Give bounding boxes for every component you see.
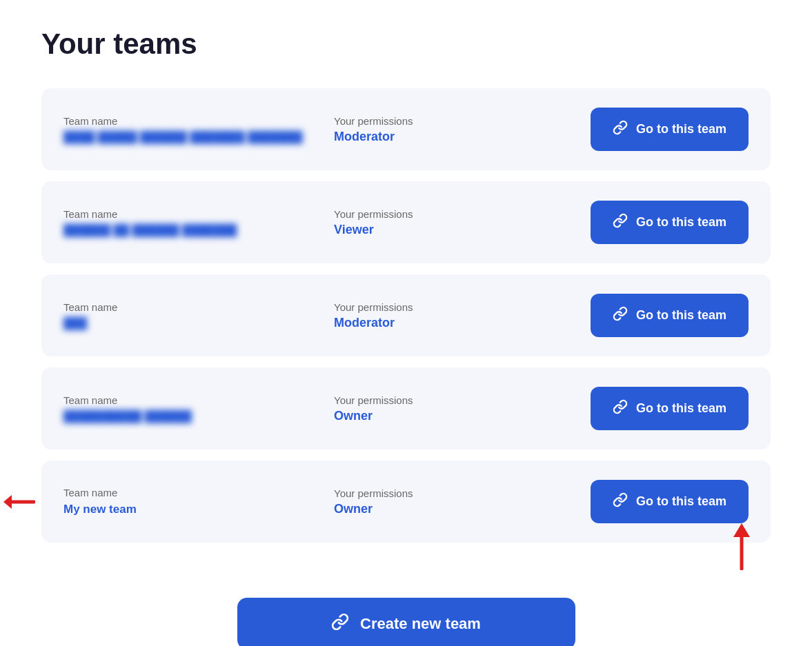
team-name-label: Team name [63,115,320,127]
create-team-label: Create new team [360,615,481,633]
page-title: Your teams [41,28,771,61]
permissions-label: Your permissions [334,394,591,406]
create-team-button[interactable]: Create new team [237,598,575,646]
create-team-section: Create new team [41,598,771,646]
left-arrow-indicator [3,488,35,516]
permissions-value: Moderator [334,130,591,144]
teams-list: Team name ████ █████ ██████ ███████ ████… [41,88,771,543]
go-to-team-button[interactable]: Go to this team [591,201,749,244]
go-to-team-button-new[interactable]: Go to this team [591,480,749,523]
permissions-section: Your permissions Viewer [320,208,591,237]
team-name-value: ███ [63,317,87,330]
link-icon [613,492,628,511]
team-info: Team name ████ █████ ██████ ███████ ████… [63,115,320,143]
permissions-value: Owner [334,502,591,516]
team-name-value: ████ █████ ██████ ███████ ███████ [63,131,303,143]
link-icon [613,213,628,232]
link-icon [331,613,349,634]
permissions-value: Owner [334,409,591,423]
team-name-label: Team name [63,208,320,220]
team-info: Team name ██████ ██ ██████ ███████ [63,208,320,236]
permissions-section: Your permissions Owner [320,394,591,423]
go-to-team-label: Go to this team [636,215,726,230]
permissions-label: Your permissions [334,301,591,313]
permissions-value: Moderator [334,316,591,330]
team-card-new: Team name My new team Your permissions O… [41,461,771,543]
go-to-team-label: Go to this team [636,494,726,509]
permissions-section: Your permissions Moderator [320,115,591,144]
permissions-label: Your permissions [334,208,591,220]
permissions-section: Your permissions Owner [320,487,591,516]
go-to-team-button[interactable]: Go to this team [591,108,749,151]
permissions-label: Your permissions [334,487,591,499]
go-to-team-button[interactable]: Go to this team [591,294,749,337]
team-name-label: Team name [63,394,320,406]
team-card: Team name ██████████ ██████ Your permiss… [41,367,771,450]
link-icon [613,120,628,139]
go-to-team-label: Go to this team [636,122,726,137]
svg-marker-1 [733,523,750,537]
right-arrow-indicator [728,523,755,570]
team-name-value: My new team [63,503,320,516]
team-info: Team name ██████████ ██████ [63,394,320,423]
team-name-value: ██████████ ██████ [63,410,192,423]
go-to-team-label: Go to this team [636,308,726,323]
team-name-label: Team name [63,301,320,313]
team-card: Team name ████ █████ ██████ ███████ ████… [41,88,771,170]
team-info: Team name My new team [63,487,320,516]
permissions-section: Your permissions Moderator [320,301,591,330]
team-info: Team name ███ [63,301,320,330]
go-to-team-label: Go to this team [636,401,726,416]
team-card: Team name ███ Your permissions Moderator… [41,274,771,356]
link-icon [613,306,628,325]
permissions-value: Viewer [334,223,591,237]
svg-marker-0 [3,495,12,509]
link-icon [613,399,628,418]
team-name-label: Team name [63,487,320,498]
team-name-value: ██████ ██ ██████ ███████ [63,224,237,236]
permissions-label: Your permissions [334,115,591,127]
team-card: Team name ██████ ██ ██████ ███████ Your … [41,181,771,263]
go-to-team-button[interactable]: Go to this team [591,387,749,430]
